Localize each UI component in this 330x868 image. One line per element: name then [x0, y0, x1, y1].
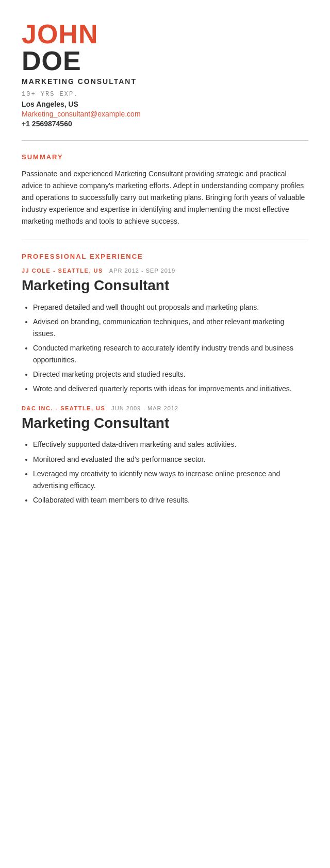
bullet-1-1: Advised on branding, communication techn… [33, 316, 308, 339]
job-block-2: D&C INC. - SEATTLE, US JUN 2009 - MAR 20… [22, 405, 308, 506]
bullet-2-0: Effectively supported data-driven market… [33, 439, 308, 450]
company-name-1: JJ COLE - SEATTLE, US [22, 268, 103, 274]
bullet-2-1: Monitored and evaluated the ad's perform… [33, 454, 308, 465]
summary-text: Passionate and experienced Marketing Con… [22, 168, 308, 227]
job-title-1: Marketing Consultant [22, 277, 308, 294]
email: Marketing_consultant@example.com [22, 110, 308, 118]
name-last: DOE [22, 47, 308, 74]
bullet-1-2: Conducted marketing research to accurate… [33, 342, 308, 365]
phone: +1 2569874560 [22, 120, 308, 128]
bullet-list-1: Prepared detailed and well thought out p… [22, 302, 308, 395]
name-first: JOHN [22, 21, 308, 47]
bullet-2-3: Collaborated with team members to drive … [33, 494, 308, 506]
job-block-1: JJ COLE - SEATTLE, US APR 2012 - SEP 201… [22, 268, 308, 394]
experience-label: 10+ YRS EXP. [22, 91, 308, 98]
bullet-list-2: Effectively supported data-driven market… [22, 439, 308, 506]
divider-2 [22, 240, 308, 240]
job-title-2: Marketing Consultant [22, 414, 308, 432]
summary-section: SUMMARY Passionate and experienced Marke… [22, 153, 308, 227]
company-line-2: D&C INC. - SEATTLE, US JUN 2009 - MAR 20… [22, 405, 308, 411]
company-line-1: JJ COLE - SEATTLE, US APR 2012 - SEP 201… [22, 268, 308, 274]
bullet-2-2: Leveraged my creativity to identify new … [33, 468, 308, 491]
bullet-1-4: Wrote and delivered quarterly reports wi… [33, 383, 308, 394]
location: Los Angeles, US [22, 100, 308, 108]
experience-title: PROFESSIONAL EXPERIENCE [22, 253, 308, 260]
company-name-2: D&C INC. - SEATTLE, US [22, 405, 105, 411]
bullet-1-3: Directed marketing projects and studied … [33, 369, 308, 380]
summary-title: SUMMARY [22, 153, 308, 161]
divider-1 [22, 140, 308, 141]
header-section: JOHN DOE MARKETING CONSULTANT 10+ YRS EX… [22, 21, 308, 128]
job-title-header: MARKETING CONSULTANT [22, 77, 308, 86]
experience-section: PROFESSIONAL EXPERIENCE JJ COLE - SEATTL… [22, 253, 308, 506]
bullet-1-0: Prepared detailed and well thought out p… [33, 302, 308, 313]
date-range-1: APR 2012 - SEP 2019 [109, 268, 175, 274]
date-range-2: JUN 2009 - MAR 2012 [111, 405, 178, 411]
